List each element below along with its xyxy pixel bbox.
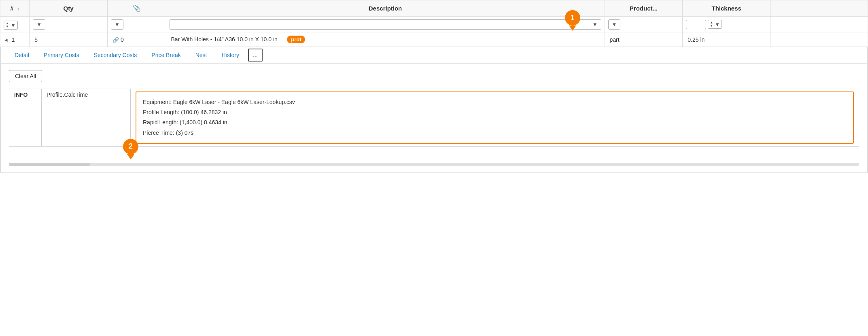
desc-filter-input[interactable] — [170, 20, 589, 29]
tab-nest[interactable]: Nest — [188, 47, 214, 63]
prof-badge: prof — [287, 36, 305, 43]
col-thickness-label: Thickness — [711, 5, 741, 12]
detail-tabs: Detail Primary Costs Secondary Costs Pri… — [1, 47, 867, 64]
col-header-num: # ↑ — [0, 0, 30, 17]
cell-thickness: 0.25 in — [683, 32, 770, 47]
filter-cell-extra — [770, 17, 868, 32]
detail-content: Clear All INFO Profile.CalcTime — [1, 64, 867, 172]
tab-secondary-costs[interactable]: Secondary Costs — [87, 47, 144, 63]
paperclip-icon: 🔗 — [112, 37, 119, 43]
table-row: ◄ 1 5 🔗 0 Bar With Holes - 1/4" A36 10.0… — [0, 32, 868, 47]
collapse-arrow[interactable]: ◄ — [4, 37, 8, 43]
info-line-2: Profile Length: (100.0) 46.2832 in — [143, 107, 847, 117]
col-qty-label: Qty — [64, 5, 74, 12]
cell-attach: 🔗 0 — [107, 32, 166, 47]
attach-filter-icon[interactable]: ▼ — [115, 21, 120, 28]
scrollbar-thumb[interactable] — [9, 163, 90, 166]
annotation-1-label: 1 — [571, 14, 575, 22]
qty-value: 5 — [34, 36, 38, 43]
num-filter-icon[interactable]: ▼ — [11, 22, 16, 28]
desc-filter-box: ▼ — [170, 19, 601, 30]
col-header-product: Product... — [605, 0, 683, 17]
info-source-text: Profile.CalcTime — [47, 91, 88, 98]
sort-buttons[interactable]: ▲ ▼ — [6, 22, 9, 28]
scrollbar-track[interactable] — [9, 163, 859, 166]
qty-filter-icon[interactable]: ▼ — [36, 21, 42, 28]
tab-more-button[interactable]: ... — [248, 49, 263, 62]
filter-cell-qty: ▼ — [30, 17, 108, 32]
row-number: 1 — [12, 36, 15, 43]
cell-product: part — [605, 32, 683, 47]
col-header-attach: 📎 — [107, 0, 166, 17]
scroll-area — [9, 163, 859, 166]
sort-up-indicator: ↑ — [17, 6, 20, 12]
col-num-label: # — [10, 5, 13, 12]
tab-price-break[interactable]: Price Break — [144, 47, 188, 63]
filter-cell-num: ▲ ▼ ▼ — [0, 17, 30, 32]
paperclip-icon: 📎 — [133, 5, 141, 12]
desc-filter-button[interactable]: ▼ — [589, 20, 601, 29]
desc-value: Bar With Holes - 1/4" A36 10.0 in X 10.0… — [171, 36, 278, 43]
thickness-sort-down[interactable]: ▼ — [710, 24, 713, 28]
product-filter-icon[interactable]: ▼ — [612, 21, 617, 28]
info-table: INFO Profile.CalcTime 2 — [9, 89, 859, 147]
detail-panel-row: Detail Primary Costs Secondary Costs Pri… — [0, 47, 868, 173]
attach-count: 0 — [121, 36, 124, 43]
product-value: part — [610, 36, 620, 43]
filter-cell-thickness: ▲ ▼ ▼ — [683, 17, 770, 32]
product-filter-box[interactable]: ▼ — [608, 19, 621, 30]
thickness-value: 0.25 in — [688, 36, 705, 43]
col-product-label: Product... — [630, 5, 658, 12]
table-header-row: # ↑ Qty 📎 Description Product... Thickne… — [0, 0, 868, 17]
info-details-cell: Equipment: Eagle 6kW Laser - Eagle 6kW L… — [131, 89, 859, 147]
filter-row: ▲ ▼ ▼ ▼ ▼ — [0, 17, 868, 32]
cell-extra — [770, 32, 868, 47]
info-line-3: Rapid Length: (1,400.0) 8.4634 in — [143, 117, 847, 128]
tab-primary-costs[interactable]: Primary Costs — [36, 47, 87, 63]
col-header-thickness: Thickness — [683, 0, 770, 17]
info-row: INFO Profile.CalcTime 2 — [9, 89, 859, 147]
thickness-sort-buttons[interactable]: ▲ ▼ — [710, 21, 713, 28]
filter-cell-attach: ▼ — [107, 17, 166, 32]
thickness-filter-icon[interactable]: ▼ — [715, 21, 720, 28]
cell-desc: Bar With Holes - 1/4" A36 10.0 in X 10.0… — [166, 32, 605, 47]
info-line-4: Pierce Time: (3) 07s — [143, 128, 847, 138]
col-header-extra — [770, 0, 868, 17]
sort-down-button[interactable]: ▼ — [6, 25, 9, 28]
annotation-2: 2 — [123, 139, 138, 154]
info-line-1: Equipment: Eagle 6kW Laser - Eagle 6kW L… — [143, 97, 847, 107]
annotation-2-label: 2 — [129, 142, 133, 151]
col-header-qty: Qty — [30, 0, 108, 17]
info-details-box: Equipment: Eagle 6kW Laser - Eagle 6kW L… — [136, 91, 854, 144]
tab-detail[interactable]: Detail — [7, 47, 36, 63]
annotation-1: 1 — [565, 10, 580, 26]
info-label-cell: INFO — [9, 89, 42, 147]
thickness-sort-filter[interactable]: ▲ ▼ ▼ — [708, 20, 722, 29]
filter-cell-product: ▼ — [605, 17, 683, 32]
detail-panel: Detail Primary Costs Secondary Costs Pri… — [0, 47, 868, 173]
clear-all-button[interactable]: Clear All — [9, 70, 42, 82]
filter-cell-desc: ▼ — [166, 17, 605, 32]
info-label-text: INFO — [14, 91, 28, 98]
col-header-desc: Description — [166, 0, 605, 17]
cell-num: ◄ 1 — [0, 32, 30, 47]
cell-qty: 5 — [30, 32, 108, 47]
qty-filter-box[interactable]: ▼ — [33, 19, 45, 30]
detail-panel-cell: Detail Primary Costs Secondary Costs Pri… — [0, 47, 868, 173]
num-filter-box[interactable]: ▲ ▼ ▼ — [4, 21, 18, 30]
attach-filter-box[interactable]: ▼ — [111, 19, 123, 30]
col-desc-label: Description — [369, 5, 402, 12]
info-source-cell: Profile.CalcTime 2 — [42, 89, 131, 147]
thickness-filter-input[interactable] — [686, 20, 706, 29]
tab-history[interactable]: History — [214, 47, 246, 63]
